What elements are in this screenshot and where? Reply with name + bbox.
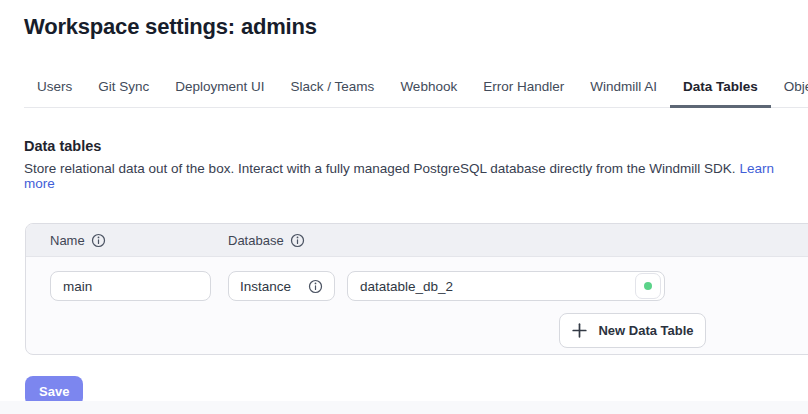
info-icon[interactable]	[290, 233, 305, 248]
page-title: Workspace settings: admins	[24, 14, 808, 40]
data-tables-panel: Name Database Instance New Data Tabl	[25, 223, 808, 355]
tab-deployment-ui[interactable]: Deployment UI	[162, 79, 277, 108]
table-header-row: Name Database	[26, 224, 808, 257]
column-header-database: Database	[228, 233, 305, 248]
tab-data-tables[interactable]: Data Tables	[670, 79, 771, 108]
tab-object-storage[interactable]: Object Storage	[771, 79, 808, 108]
database-name-input[interactable]	[348, 272, 664, 300]
database-header-label: Database	[228, 233, 284, 248]
name-header-label: Name	[50, 233, 85, 248]
tab-windmill-ai[interactable]: Windmill AI	[577, 79, 670, 108]
plus-icon	[571, 322, 588, 339]
description-text: Store relational data out of the box. In…	[24, 161, 736, 176]
settings-tabbar: Users Git Sync Deployment UI Slack / Tea…	[24, 79, 808, 108]
column-header-name: Name	[50, 233, 228, 248]
page-bottom-background	[0, 401, 808, 414]
tab-slack-teams[interactable]: Slack / Teams	[278, 79, 388, 108]
connection-status-badge[interactable]	[635, 273, 661, 299]
section-description: Store relational data out of the box. In…	[24, 161, 808, 191]
table-name-field[interactable]	[50, 271, 211, 301]
tab-git-sync[interactable]: Git Sync	[85, 79, 162, 108]
tab-users[interactable]: Users	[24, 79, 85, 108]
database-name-field[interactable]	[347, 271, 665, 301]
database-kind-value: Instance	[240, 279, 291, 294]
status-ok-dot	[644, 282, 652, 290]
table-name-input[interactable]	[51, 272, 210, 300]
info-icon[interactable]	[308, 279, 323, 294]
new-data-table-button[interactable]: New Data Table	[559, 313, 706, 348]
tab-error-handler[interactable]: Error Handler	[470, 79, 577, 108]
section-heading: Data tables	[24, 138, 808, 154]
database-kind-select[interactable]: Instance	[228, 271, 335, 301]
info-icon[interactable]	[91, 233, 106, 248]
tab-webhook[interactable]: Webhook	[387, 79, 470, 108]
new-data-table-label: New Data Table	[598, 323, 693, 338]
